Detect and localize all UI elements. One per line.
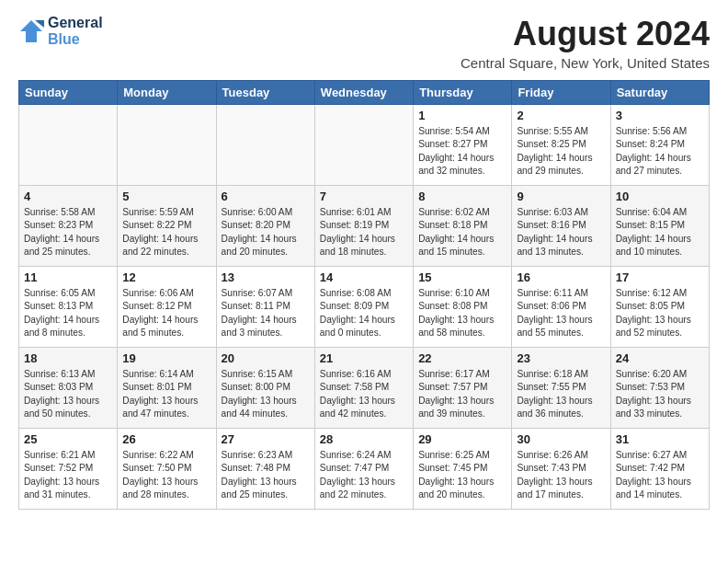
day-number: 20 — [222, 351, 310, 365]
cell-content: Sunrise: 6:27 AM Sunset: 7:42 PM Dayligh… — [616, 449, 704, 501]
day-number: 16 — [517, 270, 605, 284]
calendar-cell: 14Sunrise: 6:08 AM Sunset: 8:09 PM Dayli… — [314, 267, 413, 348]
calendar-cell: 1Sunrise: 5:54 AM Sunset: 8:27 PM Daylig… — [414, 105, 512, 186]
logo-line2: Blue — [48, 31, 80, 47]
cell-content: Sunrise: 6:24 AM Sunset: 7:47 PM Dayligh… — [320, 449, 408, 501]
svg-marker-0 — [20, 20, 42, 42]
month-title: August 2024 — [461, 15, 710, 53]
day-number: 10 — [616, 190, 704, 203]
calendar-cell: 19Sunrise: 6:14 AM Sunset: 8:01 PM Dayli… — [118, 348, 216, 429]
calendar-week-row: 18Sunrise: 6:13 AM Sunset: 8:03 PM Dayli… — [19, 348, 710, 429]
cell-content: Sunrise: 6:05 AM Sunset: 8:13 PM Dayligh… — [24, 287, 112, 339]
cell-content: Sunrise: 6:01 AM Sunset: 8:19 PM Dayligh… — [320, 206, 408, 259]
calendar-cell — [19, 105, 118, 186]
cell-content: Sunrise: 6:12 AM Sunset: 8:05 PM Dayligh… — [616, 287, 704, 339]
cell-content: Sunrise: 5:56 AM Sunset: 8:24 PM Dayligh… — [616, 125, 704, 178]
day-number: 23 — [517, 351, 605, 365]
day-number: 8 — [418, 190, 506, 203]
day-number: 29 — [418, 432, 506, 446]
cell-content: Sunrise: 6:11 AM Sunset: 8:06 PM Dayligh… — [517, 287, 605, 339]
cell-content: Sunrise: 6:17 AM Sunset: 7:57 PM Dayligh… — [418, 368, 506, 420]
cell-content: Sunrise: 6:25 AM Sunset: 7:45 PM Dayligh… — [418, 449, 506, 501]
calendar-cell: 7Sunrise: 6:01 AM Sunset: 8:19 PM Daylig… — [314, 186, 413, 267]
day-number: 26 — [122, 432, 210, 446]
calendar-cell: 4Sunrise: 5:58 AM Sunset: 8:23 PM Daylig… — [19, 186, 118, 267]
cell-content: Sunrise: 6:02 AM Sunset: 8:18 PM Dayligh… — [418, 206, 506, 259]
day-number: 17 — [616, 270, 704, 284]
cell-content: Sunrise: 6:06 AM Sunset: 8:12 PM Dayligh… — [122, 287, 210, 339]
cell-content: Sunrise: 5:58 AM Sunset: 8:23 PM Dayligh… — [24, 206, 112, 259]
calendar-cell: 2Sunrise: 5:55 AM Sunset: 8:25 PM Daylig… — [512, 105, 610, 186]
cell-content: Sunrise: 6:08 AM Sunset: 8:09 PM Dayligh… — [320, 287, 408, 339]
calendar-cell: 9Sunrise: 6:03 AM Sunset: 8:16 PM Daylig… — [512, 186, 610, 267]
calendar-cell: 3Sunrise: 5:56 AM Sunset: 8:24 PM Daylig… — [610, 105, 709, 186]
calendar-cell: 15Sunrise: 6:10 AM Sunset: 8:08 PM Dayli… — [414, 267, 512, 348]
calendar-week-row: 1Sunrise: 5:54 AM Sunset: 8:27 PM Daylig… — [19, 105, 710, 186]
cell-content: Sunrise: 6:13 AM Sunset: 8:03 PM Dayligh… — [24, 368, 112, 420]
day-number: 28 — [320, 432, 408, 446]
day-number: 3 — [616, 109, 704, 122]
calendar-cell: 29Sunrise: 6:25 AM Sunset: 7:45 PM Dayli… — [414, 429, 512, 510]
day-number: 12 — [122, 270, 210, 284]
cell-content: Sunrise: 6:03 AM Sunset: 8:16 PM Dayligh… — [517, 206, 605, 259]
col-header-saturday: Saturday — [610, 81, 709, 105]
calendar-cell: 11Sunrise: 6:05 AM Sunset: 8:13 PM Dayli… — [19, 267, 118, 348]
calendar-cell: 28Sunrise: 6:24 AM Sunset: 7:47 PM Dayli… — [314, 429, 413, 510]
calendar-cell: 13Sunrise: 6:07 AM Sunset: 8:11 PM Dayli… — [216, 267, 314, 348]
cell-content: Sunrise: 6:26 AM Sunset: 7:43 PM Dayligh… — [517, 449, 605, 501]
cell-content: Sunrise: 5:54 AM Sunset: 8:27 PM Dayligh… — [418, 125, 506, 178]
calendar-cell: 31Sunrise: 6:27 AM Sunset: 7:42 PM Dayli… — [610, 429, 709, 510]
day-number: 21 — [320, 351, 408, 365]
day-number: 24 — [616, 351, 704, 365]
cell-content: Sunrise: 6:07 AM Sunset: 8:11 PM Dayligh… — [222, 287, 310, 339]
cell-content: Sunrise: 6:18 AM Sunset: 7:55 PM Dayligh… — [517, 368, 605, 420]
calendar-cell: 23Sunrise: 6:18 AM Sunset: 7:55 PM Dayli… — [512, 348, 610, 429]
calendar-cell: 21Sunrise: 6:16 AM Sunset: 7:58 PM Dayli… — [314, 348, 413, 429]
col-header-tuesday: Tuesday — [216, 81, 314, 105]
calendar-week-row: 4Sunrise: 5:58 AM Sunset: 8:23 PM Daylig… — [19, 186, 710, 267]
calendar-cell: 27Sunrise: 6:23 AM Sunset: 7:48 PM Dayli… — [216, 429, 314, 510]
day-number: 2 — [517, 109, 605, 122]
calendar-cell: 8Sunrise: 6:02 AM Sunset: 8:18 PM Daylig… — [414, 186, 512, 267]
cell-content: Sunrise: 6:04 AM Sunset: 8:15 PM Dayligh… — [616, 206, 704, 259]
calendar-week-row: 25Sunrise: 6:21 AM Sunset: 7:52 PM Dayli… — [19, 429, 710, 510]
day-number: 11 — [24, 270, 112, 284]
day-number: 13 — [222, 270, 310, 284]
cell-content: Sunrise: 6:20 AM Sunset: 7:53 PM Dayligh… — [616, 368, 704, 420]
cell-content: Sunrise: 5:59 AM Sunset: 8:22 PM Dayligh… — [122, 206, 210, 259]
day-number: 31 — [616, 432, 704, 446]
day-number: 18 — [24, 351, 112, 365]
day-number: 22 — [418, 351, 506, 365]
col-header-monday: Monday — [118, 81, 216, 105]
calendar-cell: 16Sunrise: 6:11 AM Sunset: 8:06 PM Dayli… — [512, 267, 610, 348]
col-header-sunday: Sunday — [19, 81, 118, 105]
day-number: 4 — [24, 190, 112, 203]
day-number: 15 — [418, 270, 506, 284]
calendar-cell — [314, 105, 413, 186]
day-number: 1 — [418, 109, 506, 122]
day-number: 25 — [24, 432, 112, 446]
day-number: 7 — [320, 190, 408, 203]
col-header-friday: Friday — [512, 81, 610, 105]
cell-content: Sunrise: 6:21 AM Sunset: 7:52 PM Dayligh… — [24, 449, 112, 501]
day-number: 27 — [222, 432, 310, 446]
day-number: 14 — [320, 270, 408, 284]
cell-content: Sunrise: 6:16 AM Sunset: 7:58 PM Dayligh… — [320, 368, 408, 420]
calendar-cell: 25Sunrise: 6:21 AM Sunset: 7:52 PM Dayli… — [19, 429, 118, 510]
calendar-cell: 22Sunrise: 6:17 AM Sunset: 7:57 PM Dayli… — [414, 348, 512, 429]
col-header-thursday: Thursday — [414, 81, 512, 105]
calendar-cell — [118, 105, 216, 186]
col-header-wednesday: Wednesday — [314, 81, 413, 105]
location-subtitle: Central Square, New York, United States — [461, 55, 710, 71]
cell-content: Sunrise: 6:22 AM Sunset: 7:50 PM Dayligh… — [122, 449, 210, 501]
calendar-table: SundayMondayTuesdayWednesdayThursdayFrid… — [18, 80, 710, 510]
calendar-cell: 24Sunrise: 6:20 AM Sunset: 7:53 PM Dayli… — [610, 348, 709, 429]
calendar-cell: 30Sunrise: 6:26 AM Sunset: 7:43 PM Dayli… — [512, 429, 610, 510]
day-number: 9 — [517, 190, 605, 203]
calendar-cell: 17Sunrise: 6:12 AM Sunset: 8:05 PM Dayli… — [610, 267, 709, 348]
calendar-cell: 18Sunrise: 6:13 AM Sunset: 8:03 PM Dayli… — [19, 348, 118, 429]
calendar-cell: 5Sunrise: 5:59 AM Sunset: 8:22 PM Daylig… — [118, 186, 216, 267]
cell-content: Sunrise: 5:55 AM Sunset: 8:25 PM Dayligh… — [517, 125, 605, 178]
calendar-header-row: SundayMondayTuesdayWednesdayThursdayFrid… — [19, 81, 710, 105]
calendar-cell — [216, 105, 314, 186]
